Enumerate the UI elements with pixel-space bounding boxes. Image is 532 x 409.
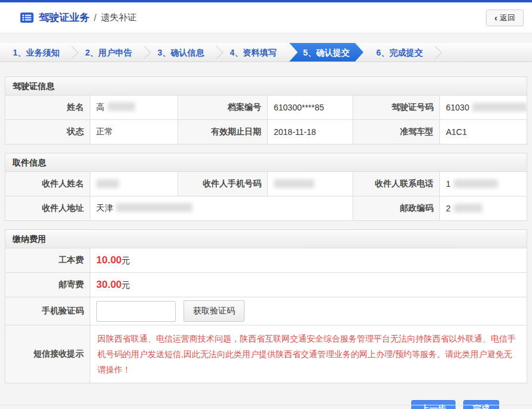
license-number-label: 驾驶证号码 (353, 96, 440, 120)
breadcrumb-current: 遗失补证 (100, 12, 136, 23)
payment-table: 工本费 10.00元 邮寄费 30.00元 手机验证码 获取验证码 短信接收提示… (5, 248, 527, 383)
back-button-label: 返回 (500, 13, 515, 23)
redacted-value-blur (274, 179, 314, 188)
table-row: 状态 正常 有效期止日期 2018-11-18 准驾车型 A1C1 (5, 120, 527, 144)
sms-code-input[interactable] (96, 301, 176, 322)
postage-fee-amount: 30.00 (96, 279, 122, 290)
postage-fee-value: 30.00元 (90, 273, 527, 297)
vehicle-class-label: 准驾车型 (353, 120, 440, 144)
status-value: 正常 (90, 120, 178, 144)
valid-until-value: 2018-11-18 (268, 120, 353, 144)
redacted-value-blur (454, 179, 498, 188)
page-title: 驾驶证业务 (39, 11, 90, 24)
table-row: 收件人地址 天津 邮政编码 2 (5, 196, 527, 221)
production-fee-amount: 10.00 (96, 254, 122, 266)
step-6-complete-submit[interactable]: 6、完成提交 (363, 43, 436, 61)
postal-code-label: 邮政编码 (353, 196, 440, 221)
recipient-address-value: 天津 (90, 196, 353, 221)
table-row: 工本费 10.00元 (5, 248, 527, 273)
pickup-info-table: 收件人姓名 收件人手机号码 收件人联系电话 1 收件人地址 天津 邮政编码 2 (5, 171, 527, 221)
page-header: 驾驶证业务 / 遗失补证 ‹ 返回 (0, 2, 532, 33)
section-title-license-info: 驾驶证信息 (5, 76, 527, 95)
recipient-address-label: 收件人地址 (5, 196, 90, 221)
name-label: 姓名 (5, 96, 90, 120)
postage-fee-unit: 元 (122, 280, 130, 290)
section-title-pickup-info: 取件信息 (5, 153, 527, 171)
recipient-mobile-value (268, 172, 353, 196)
recipient-phone-label: 收件人联系电话 (353, 172, 440, 196)
step-5-confirm-submit[interactable]: 5、确认提交 (289, 43, 363, 61)
recipient-phone-value: 1 (440, 172, 527, 196)
production-fee-value: 10.00元 (90, 248, 527, 273)
postage-fee-label: 邮寄费 (5, 273, 90, 297)
step-3-confirm-info[interactable]: 3、确认信息 (145, 43, 217, 61)
table-row: 姓名 高 档案编号 610300****85 驾驶证号码 61030 (5, 96, 527, 120)
sms-code-label: 手机验证码 (5, 297, 90, 325)
production-fee-unit: 元 (122, 256, 130, 265)
name-value: 高 (90, 96, 178, 120)
valid-until-label: 有效期止日期 (178, 120, 268, 144)
step-4-fill-data[interactable]: 4、资料填写 (217, 43, 289, 61)
file-number-value: 610300****85 (268, 96, 353, 120)
chevron-left-icon: ‹ (494, 13, 497, 23)
status-label: 状态 (5, 120, 90, 144)
table-row: 收件人姓名 收件人手机号码 收件人联系电话 1 (5, 172, 527, 196)
redacted-value-blur (454, 204, 482, 213)
production-fee-label: 工本费 (5, 248, 90, 273)
license-info-table: 姓名 高 档案编号 610300****85 驾驶证号码 61030 状态 正常… (5, 95, 527, 144)
recipient-mobile-label: 收件人手机号码 (178, 172, 268, 196)
sms-notice-label: 短信接收提示 (5, 325, 90, 383)
vehicle-class-value: A1C1 (440, 120, 527, 144)
back-button[interactable]: ‹ 返回 (486, 10, 524, 26)
license-number-value: 61030 (440, 96, 527, 120)
section-title-payment: 缴纳费用 (5, 229, 527, 248)
step-2-user-declaration[interactable]: 2、用户申告 (72, 43, 145, 61)
recipient-name-label: 收件人姓名 (5, 172, 90, 196)
sms-code-cell: 获取验证码 (90, 297, 527, 325)
redacted-value-blur (472, 103, 527, 112)
breadcrumb-separator: / (94, 13, 96, 23)
get-sms-code-button[interactable]: 获取验证码 (184, 300, 244, 322)
section-license-info: 驾驶证信息 姓名 高 档案编号 610300****85 驾驶证号码 61030… (5, 76, 527, 144)
section-payment: 缴纳费用 工本费 10.00元 邮寄费 30.00元 手机验证码 获取验证码 短… (5, 229, 527, 383)
table-row: 短信接收提示 因陕西省联通、电信运营商技术问题，陕西省互联网交通安全综合服务管理… (5, 325, 527, 383)
sms-notice-text: 因陕西省联通、电信运营商技术问题，陕西省互联网交通安全综合服务管理平台无法向持陕… (90, 325, 527, 383)
bottom-divider (0, 405, 532, 405)
table-row: 手机验证码 获取验证码 (5, 297, 527, 325)
table-row: 邮寄费 30.00元 (5, 273, 527, 297)
postal-code-value: 2 (440, 196, 527, 221)
redacted-value-blur (108, 102, 135, 111)
step-1-business-notice[interactable]: 1、业务须知 (0, 43, 72, 61)
step-wizard-bar: 1、业务须知 2、用户申告 3、确认信息 4、资料填写 5、确认提交 6、完成提… (0, 42, 532, 62)
file-number-label: 档案编号 (178, 96, 268, 120)
redacted-value-blur (96, 179, 119, 188)
redacted-value-blur (116, 203, 192, 212)
license-menu-icon (20, 13, 33, 23)
recipient-name-value (90, 172, 178, 196)
section-pickup-info: 取件信息 收件人姓名 收件人手机号码 收件人联系电话 1 收件人地址 天津 邮政… (5, 153, 527, 221)
